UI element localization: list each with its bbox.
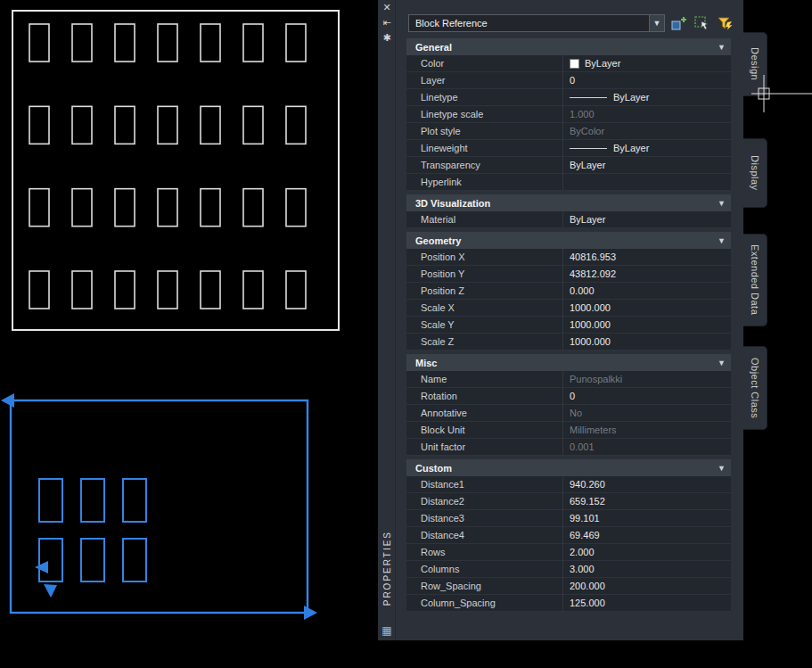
property-value-text: 940.260	[570, 476, 605, 492]
property-label: Linetype scale	[406, 106, 563, 122]
selected-array-cell-rect	[123, 539, 146, 581]
section-title: Geometry	[415, 235, 718, 246]
palette-tab-extended-data[interactable]: Extended Data	[743, 234, 767, 326]
property-value-plot-style: ByColor	[563, 123, 731, 139]
property-value-text: 2.000	[570, 544, 595, 560]
property-value-text: 43812.092	[570, 266, 616, 282]
property-row-scale-z: Scale Z1000.000	[406, 334, 731, 350]
property-value-rows[interactable]: 2.000	[563, 544, 731, 560]
property-value-unit-factor: 0.001	[563, 439, 731, 455]
property-value-distance4[interactable]: 69.469	[563, 527, 731, 543]
array-cell-rect	[201, 271, 220, 309]
array-grip-arrow-row[interactable]	[44, 584, 57, 598]
toggle-pickadd-icon[interactable]	[668, 14, 688, 32]
property-value-rotation[interactable]: 0	[563, 388, 731, 404]
property-row-material: MaterialByLayer	[406, 211, 731, 228]
property-row-color: ColorByLayer	[406, 55, 731, 72]
property-value-text: 1000.000	[570, 334, 611, 350]
property-value-layer[interactable]: 0	[563, 72, 731, 88]
property-value-text: 200.000	[570, 578, 605, 594]
property-label: Name	[406, 371, 563, 387]
block-array-cells	[29, 24, 306, 309]
property-value-distance1[interactable]: 940.260	[563, 476, 731, 492]
array-grip-arrow-right[interactable]	[304, 606, 317, 620]
property-value-column-spacing[interactable]: 125.000	[563, 595, 731, 611]
array-cell-rect	[286, 189, 306, 227]
property-label: Row_Spacing	[406, 578, 563, 594]
property-value-text: Millimeters	[570, 422, 617, 438]
property-value-lineweight[interactable]: ByLayer	[563, 140, 731, 156]
property-row-name: NamePunospalkki	[406, 371, 731, 388]
array-grip-arrow-column[interactable]	[35, 561, 48, 573]
array-grip-arrow-left[interactable]	[1, 393, 14, 408]
palette-tab-display[interactable]: Display	[743, 138, 767, 208]
property-value-scale-y[interactable]: 1000.000	[563, 317, 731, 333]
property-value-color[interactable]: ByLayer	[563, 55, 731, 71]
array-cell-rect	[72, 24, 92, 62]
property-label: Distance1	[406, 476, 563, 492]
property-value-text: ByLayer	[570, 211, 605, 227]
property-value-hyperlink[interactable]	[563, 174, 731, 190]
property-row-distance1: Distance1940.260	[406, 476, 731, 493]
array-cell-rect	[158, 189, 177, 227]
drawing-canvas[interactable]	[0, 0, 378, 668]
chevron-down-icon[interactable]: ▼	[718, 199, 726, 208]
property-label: Column_Spacing	[406, 595, 563, 611]
property-value-columns[interactable]: 3.000	[563, 561, 731, 577]
property-value-name: Punospalkki	[563, 371, 731, 387]
selected-array-cells	[39, 479, 146, 581]
chevron-down-icon[interactable]: ▼	[718, 359, 726, 367]
property-value-position-z[interactable]: 0.000	[563, 283, 731, 299]
chevron-down-icon[interactable]: ▼	[718, 464, 726, 473]
property-value-scale-z[interactable]: 1000.000	[563, 334, 731, 350]
property-label: Rotation	[406, 388, 563, 404]
section-title: Misc	[415, 358, 718, 368]
select-objects-icon[interactable]	[692, 14, 711, 32]
chevron-down-icon[interactable]: ▼	[649, 15, 664, 31]
property-value-distance2[interactable]: 659.152	[563, 493, 731, 509]
object-type-dropdown[interactable]: Block Reference ▼	[408, 14, 665, 32]
property-value-material[interactable]: ByLayer	[563, 211, 731, 227]
property-value-text: ByColor	[570, 123, 604, 139]
close-icon[interactable]: ✕	[378, 0, 396, 15]
property-value-text: 0	[570, 72, 575, 88]
property-value-row-spacing[interactable]: 200.000	[563, 578, 731, 594]
property-row-row-spacing: Row_Spacing200.000	[406, 578, 731, 595]
property-label: Scale X	[406, 300, 563, 316]
chevron-down-icon[interactable]: ▼	[718, 43, 726, 52]
array-cell-rect	[158, 106, 177, 144]
palette-tab-design[interactable]: Design	[743, 32, 767, 96]
property-value-transparency[interactable]: ByLayer	[563, 157, 731, 173]
palette-tab-object-class[interactable]: Object Class	[743, 346, 767, 430]
property-value-distance3[interactable]: 99.101	[563, 510, 731, 526]
section-header-misc[interactable]: Misc▼	[406, 354, 731, 371]
section-title: 3D Visualization	[415, 198, 718, 209]
property-row-annotative: AnnotativeNo	[406, 405, 731, 422]
property-label: Block Unit	[406, 422, 563, 438]
property-row-columns: Columns3.000	[406, 561, 731, 578]
array-cell-rect	[158, 271, 177, 309]
property-label: Position Y	[406, 266, 563, 282]
property-value-scale-x[interactable]: 1000.000	[563, 300, 731, 316]
array-cell-rect	[201, 189, 220, 227]
selected-array-cell-rect	[39, 539, 62, 581]
property-value-position-x[interactable]: 40816.953	[563, 249, 731, 265]
section-header-3d-visualization[interactable]: 3D Visualization▼	[406, 194, 731, 211]
property-label: Linetype	[406, 89, 563, 105]
array-cell-rect	[72, 271, 92, 309]
palette-settings-icon[interactable]: ✱	[378, 30, 396, 45]
section-header-geometry[interactable]: Geometry▼	[406, 232, 731, 249]
property-value-linetype[interactable]: ByLayer	[563, 89, 731, 105]
array-cell-rect	[243, 189, 263, 227]
property-value-position-y[interactable]: 43812.092	[563, 266, 731, 282]
chevron-down-icon[interactable]: ▼	[718, 236, 726, 245]
section-header-custom[interactable]: Custom▼	[406, 459, 731, 476]
section-title: Custom	[415, 463, 718, 474]
property-label: Position X	[406, 249, 563, 265]
section-header-general[interactable]: General▼	[406, 38, 731, 55]
quick-select-icon[interactable]	[715, 14, 734, 32]
palette-toolbar: Block Reference ▼	[396, 0, 743, 37]
array-cell-rect	[286, 106, 306, 144]
property-sections: General▼ColorByLayerLayer0LinetypeByLaye…	[406, 37, 731, 612]
autohide-icon[interactable]: ⇤	[378, 15, 396, 30]
